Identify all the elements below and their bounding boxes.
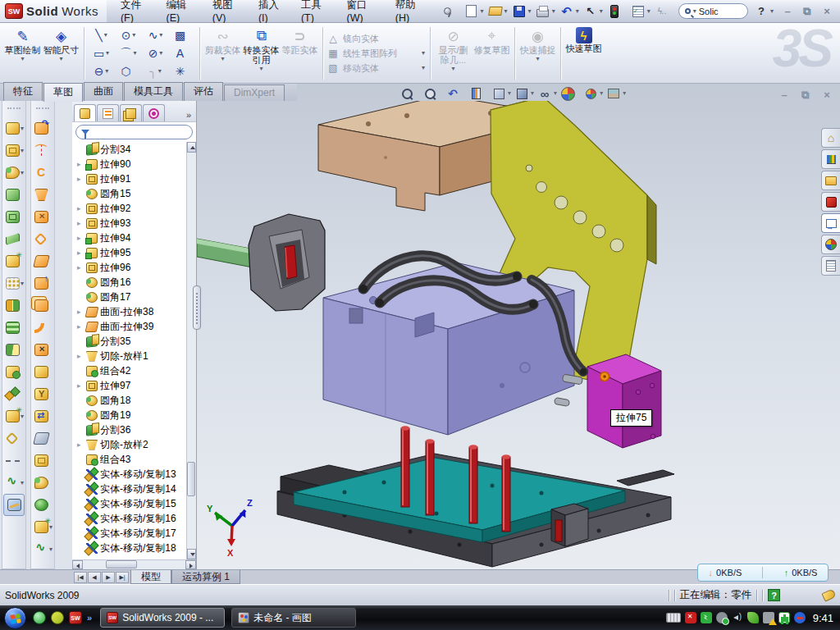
tree-item[interactable]: ▸ 圆角15: [77, 186, 186, 201]
tree-item[interactable]: ▸ 拉伸91: [77, 171, 186, 186]
tree-item[interactable]: ▸ 曲面-拉伸38: [77, 304, 186, 319]
tree-item[interactable]: ▸ 实体-移动/复制16: [77, 511, 186, 526]
ribbon-tab[interactable]: DimXpert: [224, 84, 285, 101]
section-view-icon[interactable]: ▾: [468, 86, 488, 101]
arc-icon[interactable]: ⌒ ▾: [115, 44, 142, 62]
tag-icon[interactable]: [821, 588, 836, 601]
dropdown-caret-icon[interactable]: ▾: [600, 8, 603, 15]
dropdown-caret-icon[interactable]: ▾: [504, 8, 508, 15]
revolved-surface-icon[interactable]: ▾: [31, 139, 54, 162]
tree-item[interactable]: ▸ 拉伸93: [77, 216, 186, 231]
scroll-up-icon[interactable]: [187, 142, 196, 153]
slot-icon[interactable]: ⊖ ▾: [88, 62, 115, 80]
new-file-icon[interactable]: ▾: [462, 2, 485, 21]
taskbar-task-button[interactable]: SW SolidWorks 2009 - ...: [100, 608, 225, 628]
dropdown-caret-icon[interactable]: ▾: [552, 8, 555, 15]
tree-item[interactable]: ▸ 拉伸92: [77, 201, 186, 216]
boundary-surface-icon[interactable]: ▾: [31, 206, 54, 228]
move-copy-body-icon[interactable]: ▾: [2, 383, 25, 405]
tree-item[interactable]: ▸ 实体-移动/复制18: [77, 541, 186, 555]
expand-arrow-icon[interactable]: ▸: [77, 381, 84, 390]
search-input[interactable]: ▾ Solic: [678, 3, 748, 19]
instant3d-icon[interactable]: ▾: [3, 494, 25, 516]
combine-icon[interactable]: ▾: [2, 361, 25, 383]
view-palette-tab[interactable]: [821, 213, 840, 233]
tree-item[interactable]: ▸ 实体-移动/复制14: [77, 482, 186, 496]
convert-entities-button[interactable]: 转换实体引用 ▾: [242, 25, 281, 81]
apply-scene-icon[interactable]: ▾: [582, 86, 603, 101]
hide-show-items-icon[interactable]: ▾: [536, 86, 557, 101]
options-icon[interactable]: ▾: [628, 2, 651, 21]
pin-icon[interactable]: ▾: [438, 2, 461, 21]
scroll-left-icon[interactable]: [72, 560, 83, 569]
rapid-sketch-button[interactable]: 快速草图: [564, 25, 603, 81]
dropdown-caret-icon[interactable]: ▾: [576, 8, 579, 15]
extruded-surface-icon[interactable]: ▾: [31, 162, 54, 184]
scrollbar-thumb[interactable]: [187, 462, 195, 496]
doc-restore-button[interactable]: ⧉: [799, 89, 812, 102]
expand-arrow-icon[interactable]: ▸: [77, 441, 84, 449]
tree-item[interactable]: ▸ 拉伸97: [77, 378, 186, 393]
zoom-area-icon[interactable]: ▾: [422, 86, 442, 101]
bend-surface-icon[interactable]: ▾: [31, 317, 54, 339]
expand-arrow-icon[interactable]: ▸: [77, 249, 84, 257]
spiral-icon[interactable]: ▾: [31, 538, 54, 560]
tree-item[interactable]: ▸ 实体-移动/复制17: [77, 526, 186, 541]
taskbar-clock[interactable]: 9:41: [813, 612, 833, 624]
expand-arrow-icon[interactable]: ▸: [77, 352, 84, 360]
design-library-tab[interactable]: [821, 171, 840, 190]
sketch-button[interactable]: 草图绘制 ▾: [3, 25, 42, 81]
linear-pattern-icon[interactable]: ▾: [2, 272, 25, 294]
tree-item[interactable]: ▸ 实体-移动/复制13: [77, 467, 186, 482]
view-orientation-icon[interactable]: ▾: [491, 86, 511, 101]
extend-surface-icon[interactable]: ▾: [31, 405, 54, 427]
tree-item[interactable]: ▸ 分割34: [77, 142, 186, 157]
ellipse-icon[interactable]: ⊘ ▾: [142, 44, 169, 62]
ribbon-tab[interactable]: 模具工具: [124, 82, 183, 101]
tree-item[interactable]: ▸ 拉伸94: [77, 231, 186, 245]
extruded-cut-icon[interactable]: ▾: [2, 139, 25, 162]
propertymanager-tab[interactable]: [97, 104, 119, 121]
view-settings-icon[interactable]: ▾: [605, 86, 626, 101]
untrim-surface-icon[interactable]: ▾: [31, 383, 54, 405]
expand-arrow-icon[interactable]: ▸: [77, 263, 84, 272]
tray-shield-icon[interactable]: [701, 612, 712, 623]
tray-security-icon[interactable]: [778, 612, 790, 623]
tree-item[interactable]: ▸ 圆角18: [77, 393, 186, 408]
quicklaunch-messenger-icon[interactable]: [33, 611, 46, 624]
select-region-icon[interactable]: ▩ ▾: [169, 26, 196, 44]
hole-icon[interactable]: ▾: [31, 516, 54, 538]
taskbar-task-button[interactable]: 未命名 - 画图: [231, 608, 356, 628]
dropdown-caret-icon[interactable]: ▾: [481, 8, 484, 15]
tray-update-icon[interactable]: [794, 612, 806, 623]
tree-item[interactable]: ▸ 分割36: [77, 422, 186, 437]
replace-face-icon[interactable]: ▾: [31, 361, 54, 383]
insert-part-icon[interactable]: ▾: [2, 405, 25, 427]
display-style-icon[interactable]: ▾: [514, 86, 534, 101]
point-icon[interactable]: ✳ ▾: [169, 62, 196, 80]
toolbox-tab[interactable]: [821, 192, 840, 212]
tree-vertical-scrollbar[interactable]: [186, 142, 196, 559]
tree-item[interactable]: ▸ 切除-放样1: [77, 349, 186, 363]
resources-tab[interactable]: [821, 149, 840, 169]
search-caret-icon[interactable]: ▾: [693, 8, 696, 15]
scroll-right-icon[interactable]: [185, 560, 196, 569]
rectangle-icon[interactable]: ▭ ▾: [88, 44, 115, 62]
ribbon-tab[interactable]: 评估: [184, 82, 223, 101]
quicklaunch-optimizer-icon[interactable]: [51, 611, 64, 624]
tree-item[interactable]: ▸ 组合43: [77, 452, 186, 467]
ribbon-tab[interactable]: 曲面: [84, 82, 123, 101]
expand-arrow-icon[interactable]: ▸: [77, 204, 84, 212]
sketch-fillet-icon[interactable]: ╮ ▾: [142, 62, 169, 80]
rebuild-traffic-light-icon[interactable]: ▾: [605, 2, 628, 21]
planar-surface-icon[interactable]: ▾: [31, 250, 54, 272]
helix-icon[interactable]: ▾: [2, 472, 25, 494]
delete-body-icon[interactable]: ▾: [2, 427, 25, 450]
expand-arrow-icon[interactable]: ▸: [77, 234, 84, 242]
quicklaunch-solidworks-icon[interactable]: SW: [69, 611, 82, 624]
tree-item[interactable]: ▸ 分割35: [77, 334, 186, 349]
tree-tabs-overflow-icon[interactable]: »: [186, 110, 194, 121]
tree-item[interactable]: ▸ 圆角16: [77, 275, 186, 290]
ribbon-tab[interactable]: 草图: [43, 83, 83, 102]
tree-item[interactable]: ▸ 圆角17: [77, 290, 186, 304]
